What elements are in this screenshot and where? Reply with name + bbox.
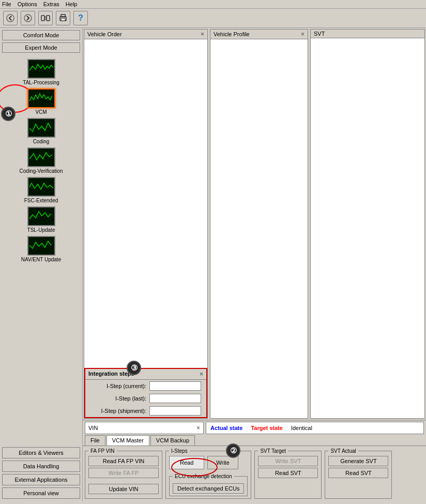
content-area: Vehicle Order × ③ Integration steps × I-… [83, 28, 426, 501]
sidebar-item-navent-update[interactable]: NAV/ENT Update [2, 236, 80, 262]
coding-verification-icon [27, 147, 55, 167]
istep-shipment-label: I-Step (shipment): [89, 408, 146, 414]
svg-rect-16 [28, 207, 54, 225]
external-applications-button[interactable]: External Applications [2, 474, 80, 485]
data-handling-button[interactable]: Data Handling [2, 461, 80, 472]
sidebar-item-coding[interactable]: Coding [2, 118, 80, 144]
top-panels: Vehicle Order × ③ Integration steps × I-… [83, 28, 426, 420]
tab-file[interactable]: File [85, 435, 105, 446]
detect-exchanged-ecus-button[interactable]: Detect exchanged ECUs [173, 483, 244, 494]
menu-bar: File Options Extras Help [0, 0, 426, 9]
read-fa-fp-vin-button[interactable]: Read FA FP VIN [88, 456, 159, 466]
isteps-buttons: Read Write [169, 456, 248, 469]
istep-last-input[interactable] [149, 394, 201, 403]
ecu-exchange-section: ECU exchange detection Detect exchanged … [169, 473, 248, 496]
vehicle-order-body [84, 39, 207, 418]
status-bar: Actual state Target state Identical [206, 422, 424, 434]
print-button[interactable] [56, 11, 70, 25]
svg-rect-8 [61, 19, 65, 21]
svt-target-button-group: Write SVT Read SVT [258, 456, 318, 478]
coding-label: Coding [33, 139, 50, 144]
tsl-update-label: TSL-Update [27, 227, 55, 233]
vehicle-profile-panel: Vehicle Profile × [210, 29, 308, 419]
fa-fp-vin-section: FA FP VIN Read FA FP VIN Write FA FP Upd… [85, 448, 162, 499]
generate-svt-button[interactable]: Generate SVT [328, 456, 388, 466]
read-svt-target-button[interactable]: Read SVT [258, 468, 318, 478]
read-svt-actual-button[interactable]: Read SVT [328, 468, 388, 478]
svt-actual-section: SVT Actual Generate SVT Read SVT [325, 448, 392, 499]
tab-vcm-backup[interactable]: VCM Backup [150, 435, 195, 446]
vcm-icon [27, 88, 55, 108]
svg-rect-13 [28, 119, 54, 137]
vehicle-profile-body [210, 39, 308, 418]
svg-point-0 [7, 14, 14, 22]
menu-options[interactable]: Options [18, 1, 37, 7]
sidebar-item-tsl-update[interactable]: TSL-Update [2, 206, 80, 233]
coding-verification-label: Coding-Verification [20, 168, 63, 174]
menu-extras[interactable]: Extras [43, 1, 59, 7]
istep-current-input[interactable] [149, 381, 201, 391]
integration-steps-header: Integration steps × [85, 369, 206, 380]
vehicle-profile-header: Vehicle Profile × [210, 29, 308, 39]
update-vin-button[interactable]: Update VIN [88, 484, 159, 494]
istep-shipment-input[interactable] [149, 406, 201, 416]
sidebar-item-coding-verification[interactable]: Coding-Verification [2, 147, 80, 174]
svg-rect-7 [61, 14, 65, 17]
tal-processing-label: TAL-Processing [23, 80, 59, 85]
vin-title: VIN [88, 425, 98, 431]
comfort-mode-button[interactable]: Comfort Mode [2, 30, 80, 40]
svg-point-1 [24, 14, 32, 22]
fsc-extended-icon [27, 177, 55, 197]
svg-rect-15 [28, 178, 54, 196]
sidebar: ① Comfort Mode Expert Mode TAL-Processin… [0, 28, 83, 501]
connect-button[interactable] [38, 11, 53, 25]
svt-panel: SVT [310, 29, 425, 419]
write-svt-button[interactable]: Write SVT [258, 456, 318, 466]
svt-body [311, 38, 424, 418]
personal-view-button[interactable]: Personal view [2, 487, 80, 499]
step3-badge: ③ [127, 361, 141, 375]
fa-fp-button-group: Read FA FP VIN Write FA FP Update VIN [88, 456, 159, 494]
svg-rect-3 [47, 16, 50, 21]
vehicle-order-close[interactable]: × [201, 31, 204, 38]
svt-actual-legend: SVT Actual [328, 448, 358, 454]
istep-shipment-row: I-Step (shipment): [85, 405, 206, 417]
vin-panel: VIN × [85, 422, 204, 434]
svg-rect-2 [41, 16, 44, 21]
istep-current-row: I-Step (current): [85, 380, 206, 392]
ecu-exchange-legend: ECU exchange detection [173, 473, 234, 479]
tsl-update-icon [27, 206, 55, 226]
status-identical: Identical [291, 425, 312, 431]
svg-rect-17 [28, 237, 54, 255]
svt-target-section: SVT Target Write SVT Read SVT [254, 448, 322, 499]
tab-vcm-master[interactable]: VCM Master [106, 435, 149, 446]
istep-current-label: I-Step (current): [89, 383, 146, 389]
navent-update-label: NAV/ENT Update [21, 257, 61, 262]
vin-close[interactable]: × [196, 424, 200, 432]
sidebar-mode-buttons: Comfort Mode Expert Mode [0, 28, 82, 55]
fa-fp-vin-legend: FA FP VIN [88, 448, 117, 454]
svt-actual-button-group: Generate SVT Read SVT [328, 456, 388, 478]
menu-file[interactable]: File [2, 1, 11, 7]
vehicle-order-title: Vehicle Order [87, 31, 122, 37]
vehicle-order-panel: Vehicle Order × ③ Integration steps × I-… [84, 29, 208, 419]
i-steps-legend: I-Steps [169, 448, 190, 454]
integration-steps-close[interactable]: × [200, 370, 203, 378]
read-isteps-button[interactable]: Read [169, 456, 204, 469]
integration-steps-box: ③ Integration steps × I-Step (current): … [84, 368, 207, 418]
status-target: Target state [251, 425, 283, 431]
editors-viewers-button[interactable]: Editors & Viewers [2, 447, 80, 458]
vehicle-profile-close[interactable]: × [301, 31, 305, 38]
sidebar-item-fsc-extended[interactable]: FSC-Extended [2, 177, 80, 203]
status-vin-row: VIN × Actual state Target state Identica… [83, 421, 426, 435]
tab-content: FA FP VIN Read FA FP VIN Write FA FP Upd… [83, 446, 426, 501]
navent-update-icon [27, 236, 55, 256]
sidebar-item-tal-processing[interactable]: TAL-Processing [2, 59, 80, 85]
forward-button[interactable] [21, 11, 35, 25]
menu-help[interactable]: Help [66, 1, 78, 7]
write-fa-fp-button[interactable]: Write FA FP [88, 468, 159, 478]
sidebar-bottom-buttons: Editors & Viewers Data Handling External… [0, 445, 82, 501]
help-button[interactable]: ? [73, 11, 88, 25]
back-button[interactable] [3, 11, 18, 25]
expert-mode-button[interactable]: Expert Mode [2, 42, 80, 53]
